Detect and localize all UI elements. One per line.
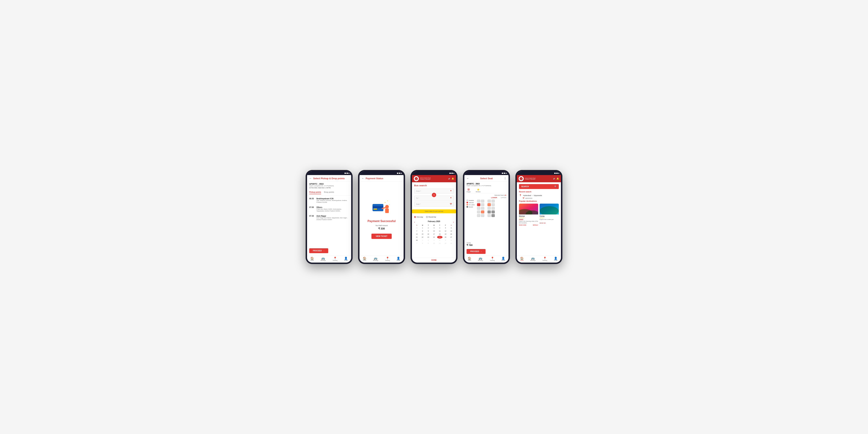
done-button[interactable]: DONE	[412, 257, 456, 262]
more-menu-icon[interactable]: ⋮	[504, 177, 506, 180]
cal-day-25-today[interactable]: 25	[437, 236, 442, 239]
cal-day-20[interactable]: 20	[448, 233, 454, 236]
seat-r1c4[interactable]	[492, 199, 495, 203]
seat-r2c2[interactable]	[481, 203, 484, 206]
nav-bookings-5[interactable]: 🚌 Bookings	[530, 257, 536, 261]
nav-profile-5[interactable]: 👤 Profile	[554, 257, 558, 261]
cal-day-16[interactable]: 16	[426, 233, 431, 236]
cal-day-26[interactable]: 26	[443, 236, 448, 239]
cal-day-2[interactable]: 2	[426, 226, 431, 229]
seat-r5c3[interactable]	[488, 214, 491, 217]
cal-day-14[interactable]: 14	[414, 233, 420, 236]
nav-home-4[interactable]: 🏠 Home	[468, 257, 471, 261]
nav-tracking-4[interactable]: 📍 Tracking	[490, 257, 495, 261]
cal-day-3[interactable]: 3	[431, 226, 437, 229]
nav-bookings-4[interactable]: 🚌 Bookings	[478, 257, 483, 261]
seat-r3c1[interactable]	[477, 207, 480, 210]
cal-day-23[interactable]: 23	[426, 236, 431, 239]
cal-day-mar10[interactable]: 10	[431, 242, 437, 245]
cal-next-button[interactable]: ›	[453, 221, 454, 223]
cal-day-mar11[interactable]: 11	[437, 242, 442, 245]
cal-day-mar1[interactable]: 1	[420, 239, 425, 242]
cal-day-13[interactable]: 13	[448, 230, 454, 232]
nav-tracking-2[interactable]: 📍 Tracking	[385, 257, 390, 261]
cal-day-10[interactable]: 10	[431, 230, 437, 232]
bell-icon[interactable]: 🔔	[452, 177, 454, 180]
munnar-book-button[interactable]: BOOK NOW	[519, 224, 526, 226]
cal-day-mar5[interactable]: 5	[443, 239, 448, 242]
cal-day-4[interactable]: 4	[437, 226, 442, 229]
cal-day-mar8[interactable]: 8	[420, 242, 425, 245]
seat-r4c3[interactable]	[488, 211, 491, 213]
seat-r5c2[interactable]	[481, 214, 484, 217]
cal-day-22[interactable]: 22	[420, 236, 425, 239]
cal-day-mar6[interactable]: 6	[448, 239, 454, 242]
nav-bookings[interactable]: 🚌 Bookings	[321, 257, 326, 261]
seat-r1c2[interactable]	[481, 199, 484, 203]
back-button[interactable]: ←	[309, 177, 312, 180]
cal-day-mar12[interactable]: 12	[443, 242, 448, 245]
cal-day-mar7[interactable]: 7	[414, 242, 420, 245]
stop-3[interactable]: 07:30 Auto Nagar Auto Nagar Bus Stand, V…	[307, 214, 351, 222]
cal-day-9[interactable]: 9	[426, 230, 431, 232]
cal-day-18[interactable]: 18	[437, 233, 442, 236]
tab-drop[interactable]: Drop points	[324, 191, 334, 194]
one-way-radio[interactable]	[414, 216, 416, 218]
munnar-details-button[interactable]: DETAILS	[533, 224, 538, 226]
dest-card-coorg[interactable]: Coorg ★★★☆ Explore karn curated pac BOOK…	[539, 204, 559, 226]
cal-day-7[interactable]: 7	[414, 230, 420, 232]
cal-day-mar9[interactable]: 9	[426, 242, 431, 245]
tab-pickup[interactable]: Pickup points	[309, 191, 321, 194]
cal-day-24[interactable]: 24	[431, 236, 437, 239]
cal-day-19[interactable]: 19	[443, 233, 448, 236]
seat-r4c2[interactable]	[481, 211, 484, 213]
p4-proceed-button[interactable]: PROCEED →	[467, 249, 486, 254]
cal-day-21[interactable]: 21	[414, 236, 420, 239]
round-trip-option[interactable]: Round trip	[426, 216, 436, 218]
cal-day-31[interactable]: 31	[414, 226, 420, 229]
seat-r1c3[interactable]	[488, 199, 491, 203]
cal-day-5[interactable]: 5	[443, 226, 448, 229]
stop-2[interactable]: 07:00 Others PNBS Bus Stand, NH65, Krish…	[307, 205, 351, 214]
proceed-button[interactable]: PROCEED →	[309, 248, 328, 253]
round-trip-radio[interactable]	[426, 216, 428, 218]
cal-day-12[interactable]: 12	[443, 230, 448, 232]
swap-button[interactable]: ⇅	[432, 193, 436, 197]
nav-home-5[interactable]: 🏠 Home	[520, 257, 524, 261]
view-ticket-button[interactable]: VIEW TICKET	[371, 234, 392, 239]
seat-r4c4[interactable]	[492, 211, 495, 213]
lower-deck-tab[interactable]: LOWER	[491, 197, 497, 198]
cal-day-mar4[interactable]: 4	[437, 239, 442, 242]
cal-day-8[interactable]: 8	[420, 230, 425, 232]
cal-day-mar2[interactable]: 2	[426, 239, 431, 242]
bell-icon-5[interactable]: 🔔	[556, 177, 559, 180]
search-button[interactable]: SEARCH 🔍	[519, 184, 559, 189]
seat-r3c2[interactable]	[481, 207, 484, 210]
seat-r1c1[interactable]	[477, 199, 480, 203]
seat-r5c4[interactable]	[492, 214, 495, 217]
cal-day-11[interactable]: 11	[437, 230, 442, 232]
recent-item-1[interactable]: 📍 Hyderabad → Vijayawada	[519, 194, 559, 197]
cal-day-27[interactable]: 27	[448, 236, 454, 239]
stop-1[interactable]: 06:35 Ibrahimpatnam-VJA Opp. Swarna Cine…	[307, 196, 351, 205]
upper-deck-tab[interactable]: UPPER	[501, 197, 506, 198]
reviews-button[interactable]: ⭐ Reviews	[476, 188, 480, 192]
back-button-2[interactable]: ←	[362, 177, 364, 180]
nav-home[interactable]: 🏠 Home	[310, 257, 314, 261]
seat-r5c1[interactable]	[477, 214, 480, 217]
coorg-book-button[interactable]: BOOK NO	[539, 222, 546, 224]
cal-prev-button[interactable]: ‹	[414, 221, 415, 223]
seat-r2c3[interactable]	[488, 203, 491, 206]
seat-r2c1[interactable]	[477, 203, 480, 206]
cal-day-1[interactable]: 1	[420, 226, 425, 229]
nav-bookings-2[interactable]: 🚌 Bookings	[373, 257, 378, 261]
cal-day-6[interactable]: 6	[448, 226, 454, 229]
nav-profile-2[interactable]: 👤 Profile	[397, 257, 400, 261]
seat-r3c3[interactable]	[488, 207, 491, 210]
cal-day-mar3[interactable]: 3	[431, 239, 437, 242]
translate-icon-5[interactable]: ⇄	[553, 177, 555, 180]
seat-r3c4[interactable]	[492, 207, 495, 210]
nav-profile-4[interactable]: 👤 Profile	[501, 257, 505, 261]
nav-profile[interactable]: 👤 Profile	[344, 257, 348, 261]
seat-r2c4[interactable]	[492, 203, 495, 206]
